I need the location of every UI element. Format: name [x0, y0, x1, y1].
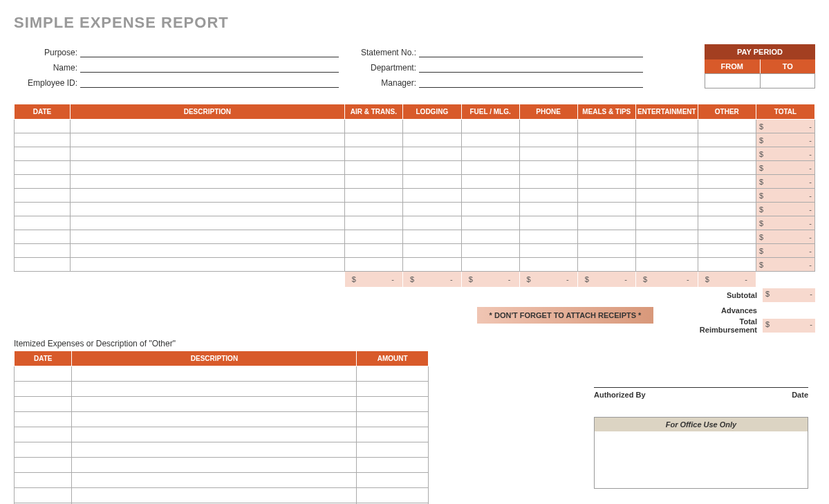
employee-id-input[interactable]: [80, 76, 339, 88]
expense-cell[interactable]: [698, 175, 756, 189]
expense-cell[interactable]: [15, 161, 71, 175]
expense-cell[interactable]: [15, 230, 71, 244]
itemized-cell[interactable]: [15, 473, 72, 488]
itemized-cell[interactable]: [357, 488, 429, 503]
expense-cell[interactable]: [70, 230, 344, 244]
expense-cell[interactable]: [698, 203, 756, 216]
expense-cell[interactable]: [698, 133, 756, 147]
itemized-cell[interactable]: [72, 473, 357, 488]
expense-cell[interactable]: [635, 230, 698, 244]
expense-cell[interactable]: [635, 133, 698, 147]
expense-cell[interactable]: [635, 189, 698, 203]
pay-from-input[interactable]: [705, 74, 761, 88]
expense-cell[interactable]: [698, 230, 756, 244]
expense-cell[interactable]: [635, 244, 698, 258]
expense-cell[interactable]: [519, 203, 577, 216]
expense-cell[interactable]: [635, 120, 698, 133]
expense-cell[interactable]: [519, 120, 577, 133]
expense-cell[interactable]: [344, 120, 402, 133]
advances-value[interactable]: [763, 304, 815, 317]
expense-cell[interactable]: [635, 216, 698, 230]
itemized-cell[interactable]: [72, 397, 357, 412]
expense-cell[interactable]: [403, 203, 462, 216]
itemized-cell[interactable]: [72, 366, 357, 382]
expense-cell[interactable]: [403, 216, 462, 230]
department-input[interactable]: [419, 61, 643, 73]
itemized-cell[interactable]: [72, 427, 357, 442]
expense-cell[interactable]: [519, 189, 577, 203]
expense-cell[interactable]: [698, 161, 756, 175]
expense-cell[interactable]: [15, 258, 71, 272]
expense-cell[interactable]: [519, 147, 577, 161]
name-input[interactable]: [80, 61, 339, 73]
itemized-cell[interactable]: [15, 442, 72, 458]
expense-cell[interactable]: [70, 175, 344, 189]
expense-cell[interactable]: [461, 230, 519, 244]
office-use-body[interactable]: [595, 431, 808, 488]
expense-cell[interactable]: [519, 258, 577, 272]
expense-cell[interactable]: [461, 216, 519, 230]
expense-cell[interactable]: [698, 244, 756, 258]
itemized-cell[interactable]: [357, 427, 429, 442]
expense-cell[interactable]: [519, 216, 577, 230]
expense-cell[interactable]: [403, 133, 462, 147]
itemized-cell[interactable]: [357, 412, 429, 427]
expense-cell[interactable]: [577, 216, 635, 230]
itemized-cell[interactable]: [15, 397, 72, 412]
expense-cell[interactable]: [519, 133, 577, 147]
itemized-cell[interactable]: [15, 427, 72, 442]
expense-cell[interactable]: [698, 147, 756, 161]
expense-cell[interactable]: [344, 133, 402, 147]
expense-cell[interactable]: [15, 133, 71, 147]
itemized-cell[interactable]: [357, 382, 429, 397]
expense-cell[interactable]: [461, 244, 519, 258]
expense-cell[interactable]: [698, 120, 756, 133]
expense-cell[interactable]: [635, 175, 698, 189]
expense-cell[interactable]: [70, 189, 344, 203]
expense-cell[interactable]: [403, 120, 462, 133]
manager-input[interactable]: [419, 76, 643, 88]
expense-cell[interactable]: [577, 120, 635, 133]
itemized-cell[interactable]: [357, 458, 429, 473]
itemized-cell[interactable]: [15, 412, 72, 427]
expense-cell[interactable]: [577, 175, 635, 189]
expense-cell[interactable]: [577, 147, 635, 161]
expense-cell[interactable]: [15, 175, 71, 189]
expense-cell[interactable]: [577, 133, 635, 147]
itemized-cell[interactable]: [357, 397, 429, 412]
expense-cell[interactable]: [70, 203, 344, 216]
pay-to-input[interactable]: [761, 74, 815, 88]
expense-cell[interactable]: [577, 203, 635, 216]
itemized-cell[interactable]: [15, 382, 72, 397]
expense-cell[interactable]: [15, 189, 71, 203]
expense-cell[interactable]: [577, 189, 635, 203]
expense-cell[interactable]: [344, 244, 402, 258]
expense-cell[interactable]: [15, 203, 71, 216]
itemized-cell[interactable]: [357, 473, 429, 488]
expense-cell[interactable]: [344, 161, 402, 175]
expense-cell[interactable]: [403, 161, 462, 175]
expense-cell[interactable]: [70, 244, 344, 258]
expense-cell[interactable]: [70, 120, 344, 133]
itemized-cell[interactable]: [15, 488, 72, 503]
itemized-cell[interactable]: [357, 366, 429, 382]
expense-cell[interactable]: [70, 133, 344, 147]
expense-cell[interactable]: [15, 216, 71, 230]
expense-cell[interactable]: [461, 147, 519, 161]
expense-cell[interactable]: [403, 175, 462, 189]
expense-cell[interactable]: [70, 161, 344, 175]
itemized-cell[interactable]: [72, 458, 357, 473]
expense-cell[interactable]: [519, 161, 577, 175]
itemized-cell[interactable]: [357, 442, 429, 458]
expense-cell[interactable]: [344, 258, 402, 272]
expense-cell[interactable]: [577, 230, 635, 244]
expense-cell[interactable]: [15, 147, 71, 161]
expense-cell[interactable]: [70, 216, 344, 230]
expense-cell[interactable]: [15, 244, 71, 258]
expense-cell[interactable]: [698, 258, 756, 272]
expense-cell[interactable]: [635, 258, 698, 272]
expense-cell[interactable]: [15, 120, 71, 133]
expense-cell[interactable]: [577, 244, 635, 258]
expense-cell[interactable]: [461, 133, 519, 147]
expense-cell[interactable]: [461, 175, 519, 189]
